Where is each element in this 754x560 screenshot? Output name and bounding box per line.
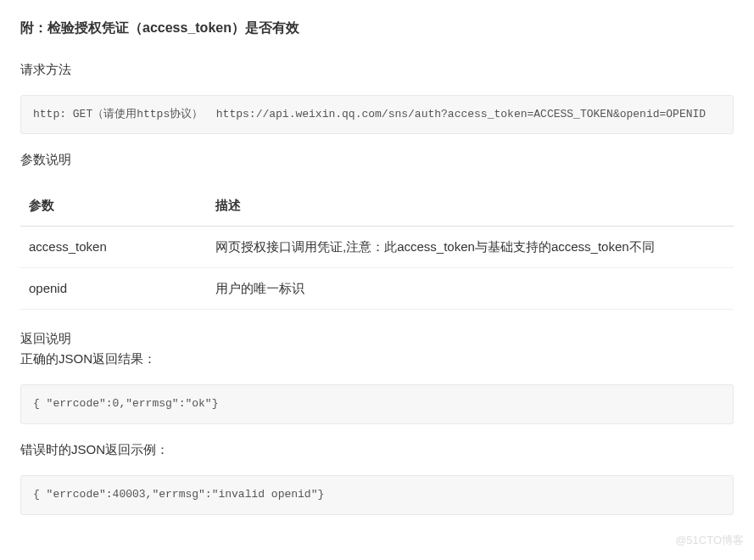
section-title: 附：检验授权凭证（access_token）是否有效 xyxy=(20,17,734,39)
table-cell-param: access_token xyxy=(20,227,207,268)
table-row: access_token 网页授权接口调用凭证,注意：此access_token… xyxy=(20,227,734,268)
table-cell-param: openid xyxy=(20,268,207,310)
table-cell-desc: 用户的唯一标识 xyxy=(207,268,734,310)
params-table: 参数 描述 access_token 网页授权接口调用凭证,注意：此access… xyxy=(20,185,734,310)
return-heading: 返回说明 xyxy=(20,328,734,349)
table-header-param: 参数 xyxy=(20,185,207,227)
return-correct-code-block: { "errcode":0,"errmsg":"ok"} xyxy=(20,384,734,424)
table-cell-desc: 网页授权接口调用凭证,注意：此access_token与基础支持的access_… xyxy=(207,227,734,268)
request-code-block: http: GET（请使用https协议） https://api.weixin… xyxy=(20,95,734,135)
return-section: 返回说明 正确的JSON返回结果： xyxy=(20,328,734,369)
table-header-row: 参数 描述 xyxy=(20,185,734,227)
return-error-heading: 错误时的JSON返回示例： xyxy=(20,440,734,460)
request-method-heading: 请求方法 xyxy=(20,59,734,80)
table-row: openid 用户的唯一标识 xyxy=(20,268,734,310)
return-correct-heading: 正确的JSON返回结果： xyxy=(20,349,734,369)
watermark: @51CTO博客 xyxy=(675,532,744,547)
return-error-code-block: { "errcode":40003,"errmsg":"invalid open… xyxy=(20,475,734,515)
table-header-desc: 描述 xyxy=(207,185,734,227)
params-heading: 参数说明 xyxy=(20,149,734,170)
